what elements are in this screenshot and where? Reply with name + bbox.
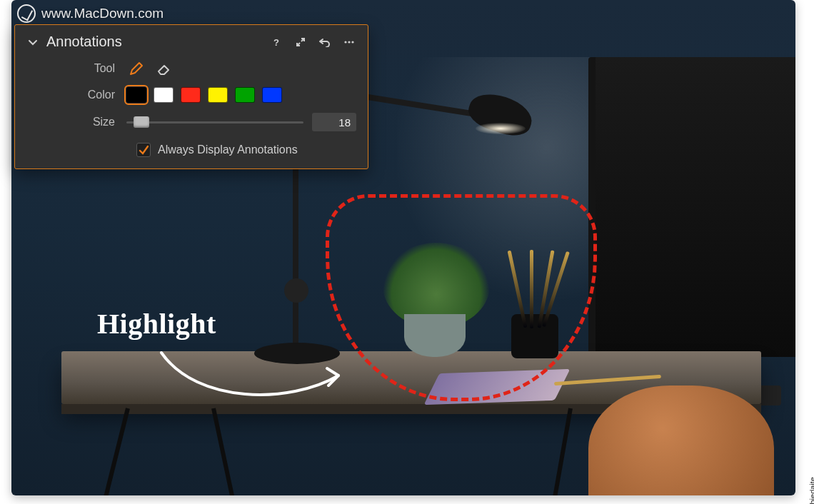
color-swatch-white[interactable]	[154, 87, 174, 103]
color-swatch-blue[interactable]	[262, 87, 282, 103]
watermark: www.MacDown.com	[17, 4, 164, 23]
monitor	[588, 57, 795, 357]
panel-title: Annotations	[46, 34, 262, 50]
color-label: Color	[26, 89, 126, 101]
more-icon[interactable]	[342, 35, 356, 49]
chair	[588, 385, 774, 495]
desk-leg	[98, 408, 130, 495]
svg-point-1	[344, 41, 346, 43]
annotation-handwriting[interactable]: Highlight	[97, 307, 216, 341]
size-value[interactable]: 18	[312, 113, 356, 131]
expand-icon[interactable]	[293, 35, 308, 49]
desk-leg	[211, 408, 239, 495]
tool-label: Tool	[26, 62, 126, 75]
desk-leg	[548, 408, 573, 495]
help-icon[interactable]: ?	[269, 35, 283, 49]
watermark-logo-icon	[17, 4, 36, 23]
lamp-glow	[476, 123, 526, 134]
always-display-label: Always Display Annotations	[158, 143, 298, 156]
svg-point-2	[348, 41, 350, 43]
collapse-toggle[interactable]	[26, 36, 39, 49]
pen-cup	[511, 314, 558, 358]
color-swatch-black[interactable]	[126, 87, 146, 103]
color-swatch-yellow[interactable]	[208, 87, 228, 103]
undo-icon[interactable]	[318, 35, 332, 49]
annotations-panel: Annotations ? Tool Color	[14, 24, 368, 169]
plant-pot	[404, 314, 466, 357]
pencil-tool[interactable]	[126, 60, 146, 77]
pen	[530, 250, 533, 328]
size-label: Size	[26, 116, 126, 128]
svg-point-3	[351, 41, 353, 43]
watermark-text: www.MacDown.com	[41, 6, 164, 21]
size-slider[interactable]	[126, 115, 303, 129]
color-swatch-red[interactable]	[181, 87, 201, 103]
always-display-checkbox[interactable]	[136, 143, 151, 157]
color-swatch-green[interactable]	[235, 87, 255, 103]
lamp-joint	[284, 278, 308, 303]
photo-credit: © Ausra Babiedaite	[808, 477, 814, 504]
eraser-tool[interactable]	[154, 60, 174, 77]
notebook	[423, 369, 570, 405]
lamp-base	[254, 343, 340, 364]
svg-text:?: ?	[273, 37, 279, 47]
size-slider-thumb[interactable]	[134, 116, 149, 128]
